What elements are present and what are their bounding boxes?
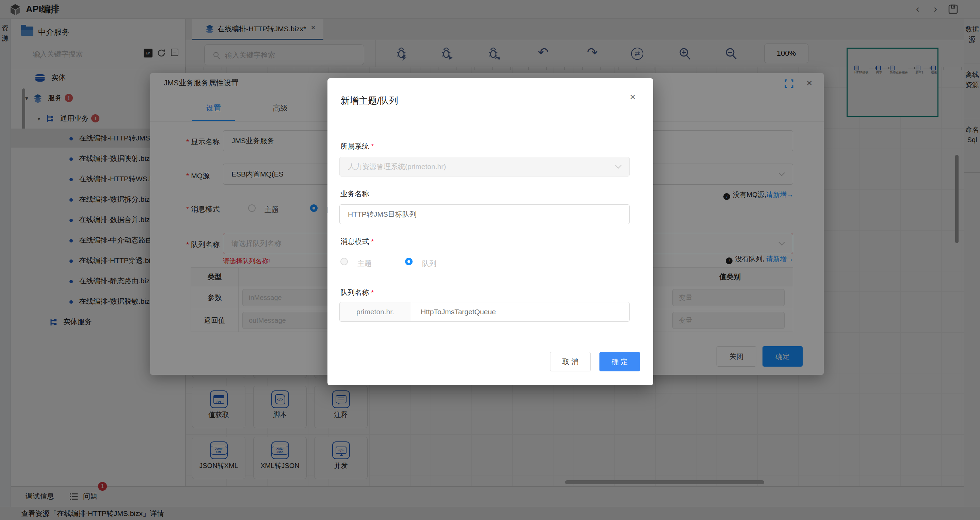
field-label-message-mode: 消息模式* (340, 237, 376, 246)
field-label-system: 所属系统* (340, 141, 376, 151)
radio-topic-disabled (340, 258, 348, 265)
add-topic-queue-modal: × 新增主题/队列 所属系统* 人力资源管理系统(primeton.hr) 业务… (328, 78, 653, 385)
radio-queue-label: 队列 (422, 259, 436, 268)
queue-name-group: primeton.hr. HttpToJmsTargetQueue (339, 302, 630, 322)
field-label-queue-name: 队列名称* (340, 288, 376, 297)
radio-queue-checked[interactable] (405, 258, 412, 265)
business-name-input[interactable]: HTTP转JMS目标队列 (339, 205, 630, 224)
field-label-business-name: 业务名称 (340, 189, 369, 199)
chevron-down-icon (615, 162, 621, 168)
modal-close-icon[interactable]: × (630, 92, 636, 102)
queue-name-input[interactable]: HttpToJmsTargetQueue (411, 302, 629, 321)
cancel-button[interactable]: 取 消 (550, 352, 590, 371)
radio-topic-label: 主题 (357, 259, 372, 268)
system-select-disabled[interactable]: 人力资源管理系统(primeton.hr) (339, 157, 630, 176)
screen: API编排 ‹ › 资源 中介服务 输入关键字搜索 En − 实体 ▾ (0, 0, 980, 520)
queue-name-prefix: primeton.hr. (340, 302, 411, 321)
ok-button[interactable]: 确 定 (600, 352, 640, 371)
app-root: API编排 ‹ › 资源 中介服务 输入关键字搜索 En − 实体 ▾ (0, 0, 980, 520)
modal-title: 新增主题/队列 (340, 95, 398, 107)
